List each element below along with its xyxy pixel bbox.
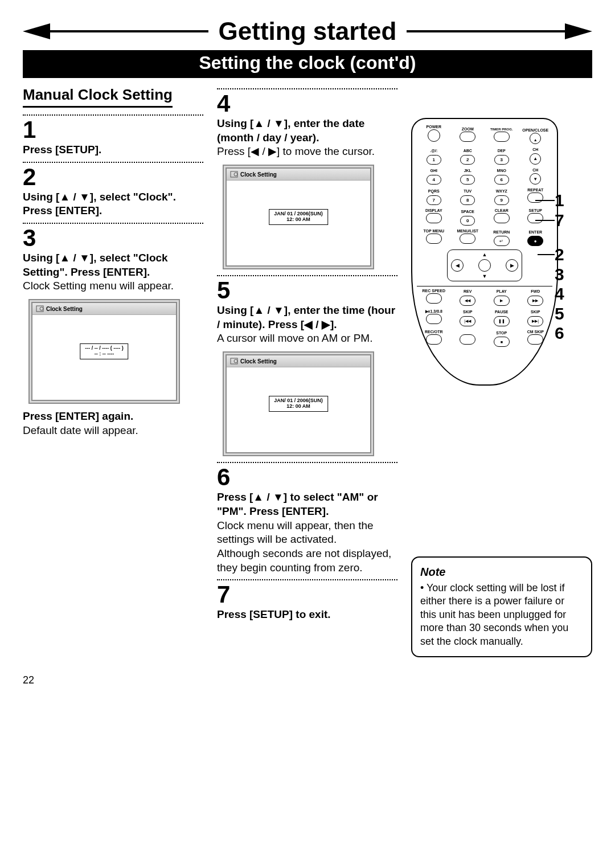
open-close-button: ▲ xyxy=(530,133,541,144)
menu-list-button xyxy=(460,234,475,244)
remote-label: ENTER xyxy=(519,230,553,234)
callout-number: 1 xyxy=(555,191,564,210)
remote-label: REC SPEED xyxy=(417,289,451,293)
step-desc: A cursor will move on AM or PM. xyxy=(217,332,372,344)
step-number: 2 xyxy=(23,165,203,189)
step-text: Using [▲ / ▼], enter the date (month / d… xyxy=(217,117,364,144)
callout-number: 4 xyxy=(555,284,564,303)
remote-key: ■ xyxy=(494,337,510,347)
remote-label: MENU/LIST xyxy=(451,229,485,233)
dpad-center xyxy=(478,259,491,272)
step-number: 1 xyxy=(23,118,203,142)
callout-number: 3 xyxy=(555,265,564,284)
remote-label: ZOOM xyxy=(451,127,485,131)
remote-label: REV xyxy=(451,289,485,293)
step-text: Using [▲ / ▼], enter the time (hour / mi… xyxy=(217,304,395,330)
remote-key xyxy=(460,334,475,345)
divider xyxy=(217,579,397,580)
remote-key: ▶▶ xyxy=(527,296,543,306)
osd-time: -- : -- ---- xyxy=(85,351,123,357)
step-text: Press [SETUP]. xyxy=(23,144,101,155)
osd-date: JAN/ 01 / 2006(SUN) xyxy=(274,398,323,403)
remote-label: TOP MENU xyxy=(417,229,451,233)
remote-label: SKIP xyxy=(519,310,553,314)
clock-icon xyxy=(36,305,44,312)
osd-title: Clock Setting xyxy=(240,171,277,178)
remote-label: POWER xyxy=(417,125,451,129)
down-arrow-icon: ▼ xyxy=(482,273,487,279)
osd-screenshot: Clock Setting JAN/ 01 / 2006(SUN) 12: 00… xyxy=(223,165,374,269)
remote-key xyxy=(426,314,442,324)
remote-key xyxy=(494,213,510,223)
remote-label: CLEAR xyxy=(485,208,519,212)
divider xyxy=(217,462,397,463)
remote-label: TIMER PROG. xyxy=(485,128,519,131)
remote-label: CH xyxy=(519,168,553,172)
banner-arrow-right xyxy=(565,23,592,39)
remote-label: MNO xyxy=(485,169,519,173)
clock-icon xyxy=(230,358,238,365)
remote-label: OPEN/CLOSE xyxy=(519,128,553,132)
section-banner: Setting the clock (cont'd) xyxy=(23,50,592,78)
chapter-banner: Getting started xyxy=(23,17,592,46)
note-body: • Your clock setting will be lost if eit… xyxy=(420,582,583,648)
step-text: Press [ENTER] again. xyxy=(23,410,133,422)
remote-key: ▶▶| xyxy=(527,316,543,326)
divider xyxy=(217,88,397,89)
osd-time: 12: 00 AM xyxy=(274,216,323,222)
remote-label: WXYZ xyxy=(485,189,519,193)
remote-key: 4 xyxy=(427,175,441,185)
remote-key: 1 xyxy=(427,155,441,165)
remote-key: ▶ xyxy=(494,296,510,306)
callout-number: 2 xyxy=(555,245,564,264)
remote-label: STOP xyxy=(485,331,519,335)
step-number: 7 xyxy=(217,583,397,607)
remote-key: ▼ xyxy=(530,173,541,185)
remote-key xyxy=(527,334,543,345)
remote-key: ◀◀ xyxy=(460,296,475,306)
remote-label: REPEAT xyxy=(519,188,553,192)
right-arrow-icon: ▶ xyxy=(506,259,518,272)
step-number: 3 xyxy=(23,226,203,250)
svg-point-1 xyxy=(40,307,43,310)
note-heading: Note xyxy=(420,564,583,579)
remote-label: ABC xyxy=(451,149,485,153)
top-menu-button xyxy=(426,234,442,244)
remote-label: RETURN xyxy=(485,230,519,234)
callout-number: 7 xyxy=(555,211,564,230)
remote-key: 7 xyxy=(427,195,441,205)
divider xyxy=(23,223,203,224)
section-heading: Manual Clock Setting xyxy=(23,86,173,108)
remote-key xyxy=(527,193,543,203)
remote-key: 9 xyxy=(494,195,509,205)
osd-date: --- / -- / ---- ( ---- ) xyxy=(85,345,123,351)
step-number: 4 xyxy=(217,92,397,116)
divider xyxy=(23,114,203,116)
step-text: Press [▲ / ▼] to select "AM" or "PM". Pr… xyxy=(217,491,378,517)
up-arrow-icon: ▲ xyxy=(482,252,487,257)
remote-label: SPACE xyxy=(451,210,485,214)
step-desc: Press [◀ / ▶] to move the cursor. xyxy=(217,145,375,157)
step-desc: Clock Setting menu will appear. xyxy=(23,280,174,292)
step-text: Using [▲ / ▼], select "Clock". Press [EN… xyxy=(23,191,176,217)
step-text: Using [▲ / ▼], select "Clock Setting". P… xyxy=(23,252,168,278)
remote-key: 2 xyxy=(460,155,475,165)
remote-key xyxy=(527,213,543,223)
remote-label: ▶x1.3/0.8 xyxy=(417,309,451,313)
callout-number: 5 xyxy=(555,304,564,323)
remote-label: PQRS xyxy=(417,189,451,193)
remote-label: SKIP xyxy=(451,310,485,314)
remote-label: GHI xyxy=(417,169,451,173)
remote-key: 8 xyxy=(460,195,475,205)
remote-label: PAUSE xyxy=(485,310,519,314)
remote-label: SETUP xyxy=(519,208,553,212)
step-desc: Clock menu will appear, then the setting… xyxy=(217,519,391,574)
divider xyxy=(217,275,397,276)
page-number: 22 xyxy=(23,674,592,686)
osd-date: JAN/ 01 / 2006(SUN) xyxy=(274,211,323,216)
osd-time: 12: 00 AM xyxy=(274,403,323,409)
osd-title: Clock Setting xyxy=(46,306,83,312)
timer-prog-button xyxy=(494,132,510,142)
remote-key: ▲ xyxy=(530,153,541,165)
remote-key: 3 xyxy=(494,155,509,165)
